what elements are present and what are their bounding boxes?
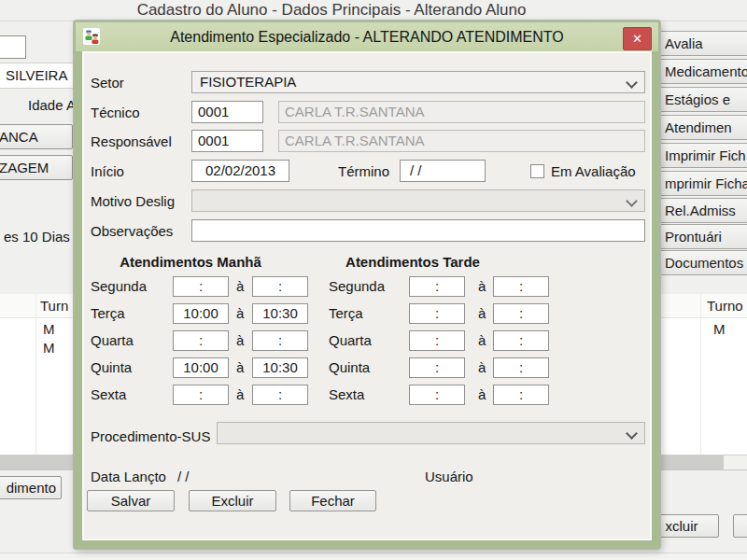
- setor-label: Setor: [91, 75, 124, 91]
- a-separator: à: [236, 332, 244, 348]
- responsavel-code-input[interactable]: 0001: [191, 130, 263, 152]
- afternoon-to-input[interactable]: :: [493, 276, 549, 297]
- afternoon-from-input[interactable]: :: [409, 303, 465, 324]
- chevron-down-icon: [626, 195, 638, 207]
- a-separator: à: [236, 278, 244, 294]
- bg-button-avaliacoes[interactable]: Avalia: [652, 31, 747, 56]
- motivo-deslig-label: Motivo Deslig: [91, 193, 175, 209]
- main-window-title: Cadastro do Aluno - Dados Principais - A…: [0, 1, 663, 20]
- a-separator: à: [478, 386, 486, 402]
- tecnico-label: Técnico: [91, 105, 140, 120]
- salvar-button[interactable]: Salvar: [87, 490, 175, 511]
- schedule-row-terca: Terça 10:00 à 10:30 Terça : à :: [84, 303, 650, 324]
- day-label: Quarta: [329, 332, 372, 348]
- bg-button-documentos[interactable]: Documentos D: [652, 250, 747, 275]
- tecnico-code-input[interactable]: 0001: [191, 101, 263, 123]
- schedule-row-sexta: Sexta : à : Sexta : à :: [84, 385, 650, 405]
- a-separator: à: [236, 305, 244, 321]
- excluir-button[interactable]: Excluir: [189, 490, 276, 511]
- a-separator: à: [478, 332, 486, 348]
- table-column-separator: [35, 294, 36, 455]
- bg-button-prontuario[interactable]: Prontuári: [652, 224, 747, 249]
- a-separator: à: [478, 305, 486, 321]
- dialog-titlebar[interactable]: Atendimento Especializado - ALTERANDO AT…: [76, 22, 658, 51]
- close-button[interactable]: ✕: [623, 27, 652, 50]
- day-label: Terça: [329, 305, 363, 321]
- afternoon-from-input[interactable]: :: [409, 330, 465, 351]
- morning-from-input[interactable]: :: [173, 330, 229, 351]
- data-lancto-label: Data Lançto: [91, 469, 166, 484]
- day-label: Quinta: [91, 359, 132, 375]
- afternoon-from-input[interactable]: :: [409, 357, 465, 378]
- table-row[interactable]: M: [713, 321, 726, 337]
- fechar-button[interactable]: Fechar: [289, 490, 376, 511]
- chevron-down-icon: [626, 427, 638, 440]
- bg-partial-button[interactable]: [733, 514, 747, 538]
- inicio-label: Início: [91, 163, 124, 179]
- setor-combobox[interactable]: FISIOTERAPIA: [191, 71, 645, 93]
- bg-button-estagios[interactable]: Estágios e: [652, 87, 747, 112]
- turno-column-header: Turn: [40, 298, 68, 314]
- day-label: Quarta: [91, 332, 134, 348]
- a-separator: à: [478, 359, 486, 375]
- motivo-deslig-combobox[interactable]: [191, 189, 645, 212]
- morning-to-input[interactable]: 10:30: [252, 357, 308, 378]
- idade-label-fragment: Idade A: [28, 97, 76, 113]
- table-row[interactable]: M: [43, 321, 55, 337]
- atendimento-dialog: Atendimento Especializado - ALTERANDO AT…: [74, 21, 660, 549]
- morning-from-input[interactable]: :: [173, 276, 229, 297]
- afternoon-from-input[interactable]: :: [409, 385, 465, 405]
- day-label: Sexta: [91, 386, 126, 402]
- procedimento-sus-label: Procedimento-SUS: [91, 428, 210, 444]
- day-label: Segunda: [91, 278, 147, 294]
- afternoon-to-input[interactable]: :: [493, 330, 549, 351]
- setor-value: FISIOTERAPIA: [200, 74, 296, 90]
- em-avaliacao-checkbox[interactable]: [530, 164, 544, 178]
- day-label: Sexta: [329, 386, 364, 402]
- bg-button-rel-admissao[interactable]: Rel.Admiss: [652, 198, 747, 223]
- responsavel-name-field: CARLA T.R.SANTANA: [278, 130, 645, 152]
- em-avaliacao-label: Em Avaliação: [551, 163, 636, 179]
- afternoon-from-input[interactable]: :: [409, 276, 465, 297]
- turno-column-header: Turno: [707, 298, 743, 314]
- schedule-row-quinta: Quinta 10:00 à 10:30 Quinta : à :: [84, 357, 650, 378]
- termino-date-input[interactable]: / /: [400, 160, 486, 182]
- afternoon-to-input[interactable]: :: [493, 303, 549, 324]
- morning-to-input[interactable]: 10:30: [252, 303, 308, 324]
- close-icon: ✕: [632, 32, 642, 46]
- inicio-date-input[interactable]: 02/02/2013: [191, 160, 289, 182]
- tecnico-name-field: CARLA T.R.SANTANA: [278, 101, 645, 123]
- afternoon-to-input[interactable]: :: [493, 357, 549, 378]
- morning-from-input[interactable]: 10:00: [173, 357, 229, 378]
- table-row[interactable]: M: [43, 340, 55, 356]
- morning-to-input[interactable]: :: [252, 330, 308, 351]
- bg-button-atendimentos[interactable]: Atendimen: [652, 115, 747, 140]
- responsavel-label: Responsável: [91, 133, 172, 149]
- anca-button-fragment[interactable]: ANCA: [0, 124, 73, 149]
- day-label: Terça: [91, 305, 125, 321]
- data-lancto-value: / /: [177, 469, 190, 484]
- dias-text-fragment: es 10 Dias: [4, 229, 70, 245]
- day-label: Segunda: [329, 278, 385, 294]
- left-input-fragment[interactable]: [0, 35, 26, 59]
- schedule-row-segunda: Segunda : à : Segunda : à :: [84, 276, 650, 297]
- observacoes-input[interactable]: [191, 219, 645, 242]
- student-name-field-fragment[interactable]: SILVEIRA: [0, 63, 74, 89]
- morning-from-input[interactable]: :: [173, 385, 229, 405]
- zagem-button-fragment[interactable]: ZAGEM: [0, 155, 73, 180]
- bottom-strip: [0, 553, 747, 560]
- table-column-separator: [700, 294, 701, 455]
- afternoon-to-input[interactable]: :: [493, 385, 549, 405]
- bg-button-imprimir-ficha2[interactable]: mprimir Ficha: [652, 171, 747, 196]
- dialog-panel: Setor FISIOTERAPIA Técnico 0001 CARLA T.…: [82, 51, 652, 540]
- day-label: Quinta: [329, 359, 370, 375]
- morning-to-input[interactable]: :: [252, 276, 308, 297]
- bg-button-imprimir-ficha1[interactable]: Imprimir Fich: [652, 143, 747, 168]
- procedimento-sus-combobox[interactable]: [217, 422, 645, 444]
- termino-label: Término: [338, 163, 389, 179]
- bg-button-medicamentos[interactable]: Medicamento: [652, 59, 747, 84]
- morning-from-input[interactable]: 10:00: [173, 303, 229, 324]
- morning-to-input[interactable]: :: [252, 385, 308, 405]
- atendimento-button-fragment[interactable]: dimento: [0, 476, 62, 499]
- a-separator: à: [236, 386, 244, 402]
